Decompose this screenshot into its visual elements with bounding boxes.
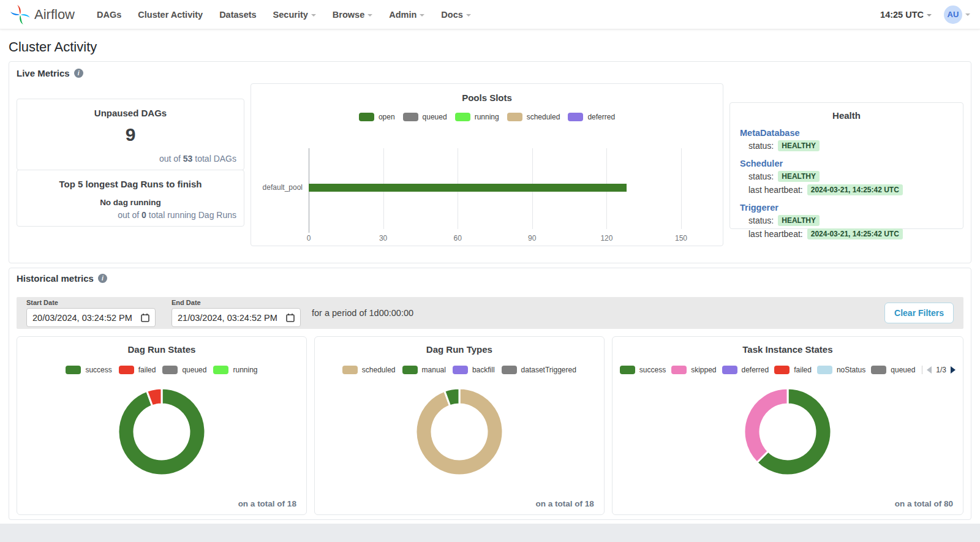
chevron-down-icon xyxy=(466,14,471,17)
x-tick-30: 30 xyxy=(379,234,387,243)
pools-slots-legend: open queued running scheduled deferred xyxy=(261,113,713,121)
historical-metrics-heading: Historical metrics i xyxy=(17,273,963,284)
dag-run-types-title: Dag Run Types xyxy=(322,344,597,355)
timezone-selector[interactable]: 14:25 UTC xyxy=(880,10,932,20)
legend-item-no-status[interactable]: noStatus xyxy=(817,366,865,374)
nav-item-admin[interactable]: Admin xyxy=(389,10,424,20)
metadatabase-status-row: status: HEALTHY xyxy=(748,140,953,151)
end-date-value[interactable] xyxy=(178,313,281,323)
dag-run-types-donut[interactable] xyxy=(410,383,508,481)
dag-run-states-donut[interactable] xyxy=(113,383,211,481)
legend-item-manual[interactable]: manual xyxy=(402,366,446,374)
metadatabase-link[interactable]: MetaDatabase xyxy=(740,128,953,138)
x-tick-150: 150 xyxy=(675,234,687,243)
triggerer-heartbeat-row: last heartbeat: 2024-03-21, 14:25:42 UTC xyxy=(748,228,953,239)
failed-swatch xyxy=(774,366,790,374)
legend-item-queued[interactable]: queued xyxy=(162,366,206,374)
donut-slice-skipped[interactable] xyxy=(744,388,788,462)
x-tick-60: 60 xyxy=(454,234,462,243)
avatar[interactable]: AU xyxy=(944,6,962,24)
open-swatch xyxy=(359,113,374,121)
legend-item-running[interactable]: running xyxy=(455,113,499,121)
no-status-swatch xyxy=(817,366,832,374)
dag-run-states-title: Dag Run States xyxy=(24,344,299,355)
success-swatch xyxy=(620,366,635,374)
pager-prev-icon[interactable] xyxy=(927,366,932,374)
chevron-down-icon[interactable] xyxy=(965,13,970,16)
legend-item-scheduled[interactable]: scheduled xyxy=(342,366,396,374)
running-swatch xyxy=(213,366,228,374)
pools-slots-card: Pools Slots open queued running schedule… xyxy=(251,83,723,246)
main-nav: DAGs Cluster Activity Datasets Security … xyxy=(97,10,471,20)
task-instance-states-title: Task Instance States xyxy=(620,344,956,355)
no-dag-running-message: No dag running xyxy=(26,198,235,207)
nav-item-cluster-activity[interactable]: Cluster Activity xyxy=(138,10,203,20)
nav-item-docs[interactable]: Docs xyxy=(441,10,470,20)
chevron-down-icon xyxy=(927,14,932,17)
health-component-triggerer: Triggerer status: HEALTHY last heartbeat… xyxy=(740,203,953,239)
date-filter-bar: Start Date End Date for a period of 1d00… xyxy=(17,297,963,329)
pools-slots-bar-chart[interactable]: default_pool 0306090120150 xyxy=(261,148,713,244)
start-date-label: Start Date xyxy=(26,299,156,306)
nav-item-browse[interactable]: Browse xyxy=(333,10,372,20)
legend-item-deferred[interactable]: deferred xyxy=(722,366,769,374)
nav-item-security[interactable]: Security xyxy=(273,10,316,20)
scheduler-link[interactable]: Scheduler xyxy=(740,159,953,168)
brand-name: Airflow xyxy=(34,7,75,23)
donut-charts-row: Dag Run States success failed queued run… xyxy=(17,336,963,515)
chevron-down-icon xyxy=(368,14,372,17)
legend-item-open[interactable]: open xyxy=(359,113,395,121)
end-date-input[interactable] xyxy=(172,308,301,327)
end-date-group: End Date xyxy=(172,299,301,327)
airflow-logo[interactable]: Airflow xyxy=(10,4,75,25)
info-icon[interactable]: i xyxy=(74,69,83,78)
legend-item-dataset-triggered[interactable]: datasetTriggered xyxy=(502,366,576,374)
dag-run-types-legend: scheduled manual backfill datasetTrigger… xyxy=(322,366,597,374)
main-content: Cluster Activity Live Metrics i Unpaused… xyxy=(0,39,980,520)
triggerer-link[interactable]: Triggerer xyxy=(740,203,953,213)
pager-next-icon[interactable] xyxy=(951,366,956,374)
manual-swatch xyxy=(402,366,418,374)
dag-run-states-card: Dag Run States success failed queued run… xyxy=(17,336,307,515)
calendar-icon[interactable] xyxy=(141,313,149,322)
bar-open[interactable] xyxy=(309,184,627,192)
dag-run-types-card: Dag Run Types scheduled manual backfill … xyxy=(314,336,605,515)
pools-slots-x-axis: 0306090120150 xyxy=(309,234,681,244)
x-tick-90: 90 xyxy=(528,234,536,243)
skipped-swatch xyxy=(671,366,687,374)
legend-item-running[interactable]: running xyxy=(213,366,257,374)
task-instance-states-donut[interactable] xyxy=(739,383,837,481)
queued-swatch xyxy=(162,366,178,374)
legend-item-success[interactable]: success xyxy=(66,366,111,374)
pools-slots-plot-area: default_pool xyxy=(309,148,681,229)
legend-item-skipped[interactable]: skipped xyxy=(671,366,716,374)
start-date-input[interactable] xyxy=(26,308,156,327)
clear-filters-button[interactable]: Clear Filters xyxy=(884,303,954,323)
legend-item-deferred[interactable]: deferred xyxy=(568,113,615,121)
running-swatch xyxy=(455,113,470,121)
legend-pager: 1/3 xyxy=(922,366,956,374)
page-title: Cluster Activity xyxy=(9,39,971,55)
legend-item-success[interactable]: success xyxy=(620,366,666,374)
legend-item-scheduled[interactable]: scheduled xyxy=(507,113,560,121)
longest-dag-runs-total: out of 0 total running Dag Runs xyxy=(118,210,236,220)
longest-dag-runs-title: Top 5 longest Dag Runs to finish xyxy=(26,179,235,189)
deferred-swatch xyxy=(568,113,583,121)
navbar-right: 14:25 UTC AU xyxy=(880,6,970,24)
legend-item-failed[interactable]: failed xyxy=(119,366,156,374)
legend-item-backfill[interactable]: backfill xyxy=(453,366,495,374)
legend-item-queued[interactable]: queued xyxy=(403,113,447,121)
info-icon[interactable]: i xyxy=(98,274,107,283)
queued-swatch xyxy=(871,366,886,374)
scheduled-swatch xyxy=(342,366,358,374)
legend-item-queued[interactable]: queued xyxy=(871,366,915,374)
queued-swatch xyxy=(403,113,418,121)
nav-item-dags[interactable]: DAGs xyxy=(97,10,121,20)
calendar-icon[interactable] xyxy=(286,313,295,322)
start-date-value[interactable] xyxy=(32,313,135,323)
pools-slots-title: Pools Slots xyxy=(261,92,713,103)
historical-metrics-panel: Historical metrics i Start Date End Date… xyxy=(9,268,971,520)
pager-current-page: 1/3 xyxy=(936,366,946,374)
nav-item-datasets[interactable]: Datasets xyxy=(219,10,256,20)
legend-item-failed[interactable]: failed xyxy=(774,366,812,374)
